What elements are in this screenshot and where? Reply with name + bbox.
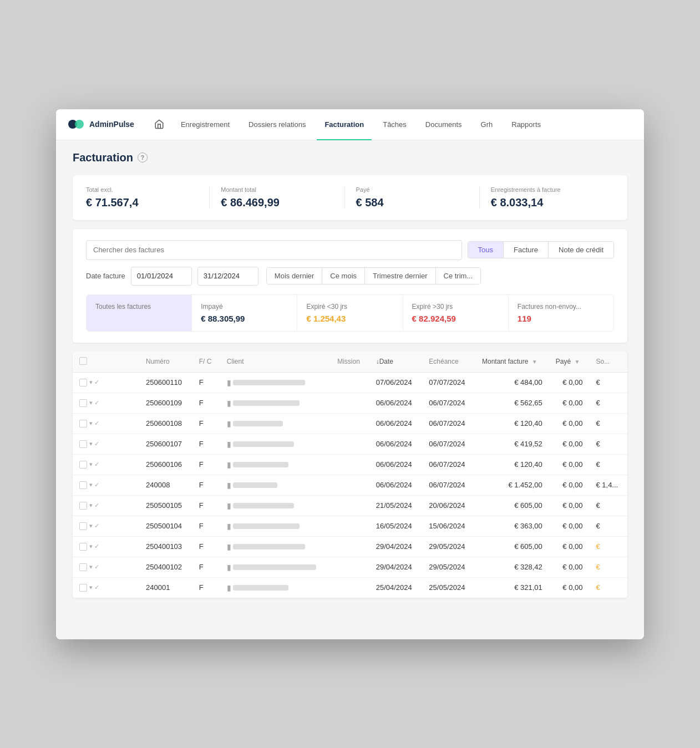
nav-item-grh[interactable]: Grh <box>473 109 501 140</box>
cell-montant-7: € 363,00 <box>475 516 549 536</box>
cell-client-0: ▮ <box>220 372 331 393</box>
cell-check-9: ▾ ✓ <box>73 557 139 577</box>
cell-echeance-2: 06/07/2024 <box>422 413 475 434</box>
row-checkbox-3[interactable] <box>79 440 87 448</box>
client-bar-9 <box>233 564 316 570</box>
row-checkbox-8[interactable] <box>79 543 87 551</box>
cell-client-2: ▮ <box>220 413 331 434</box>
cell-mission-1 <box>331 393 369 413</box>
status-card-expire30plus[interactable]: Expiré >30 jrs € 82.924,59 <box>403 295 509 331</box>
cell-echeance-10: 25/05/2024 <box>422 577 475 598</box>
row-checkbox-10[interactable] <box>79 584 87 592</box>
row-checkbox-5[interactable] <box>79 481 87 489</box>
montant-filter-icon[interactable]: ▼ <box>532 359 537 365</box>
cell-echeance-5: 06/07/2024 <box>422 475 475 495</box>
status-card-toutes[interactable]: Toutes les factures <box>87 295 192 331</box>
cell-so-6: € <box>589 495 627 516</box>
row-actions-1: ▾ ✓ <box>89 399 99 406</box>
filter-btn-facture[interactable]: Facture <box>504 242 549 258</box>
nav-item-taches[interactable]: Tâches <box>375 109 414 140</box>
cell-mission-3 <box>331 434 369 454</box>
row-checkbox-1[interactable] <box>79 399 87 407</box>
stat-enregistrements: Enregistrements à facture € 8.033,14 <box>480 186 614 209</box>
cell-so-2: € <box>589 413 627 434</box>
date-from-input[interactable] <box>131 267 192 286</box>
th-paye[interactable]: Payé ▼ <box>549 352 590 373</box>
status-card-value-4: 119 <box>518 314 605 323</box>
cell-paye-1: € 0,00 <box>549 393 590 413</box>
page-title-row: Facturation ? <box>73 151 627 164</box>
cell-so-5: € 1,4... <box>589 475 627 495</box>
row-checkbox-9[interactable] <box>79 563 87 571</box>
search-input[interactable] <box>86 240 462 260</box>
cell-client-6: ▮ <box>220 495 331 516</box>
cell-fc-4: F <box>192 454 220 475</box>
cell-date-10: 25/04/2024 <box>369 577 423 598</box>
row-checkbox-6[interactable] <box>79 502 87 510</box>
cell-paye-9: € 0,00 <box>549 557 590 577</box>
help-icon[interactable]: ? <box>138 152 148 162</box>
nav-item-facturation[interactable]: Facturation <box>317 109 372 140</box>
nav-item-enregistrement[interactable]: Enregistrement <box>173 109 237 140</box>
row-checkbox-0[interactable] <box>79 379 87 386</box>
cell-mission-8 <box>331 536 369 557</box>
stat-label-1: Montant total <box>221 186 333 193</box>
filter-type-group: Tous Facture Note de crédit <box>468 241 614 258</box>
status-card-expire30[interactable]: Expiré <30 jrs € 1.254,43 <box>297 295 403 331</box>
cell-montant-10: € 321,01 <box>475 577 549 598</box>
stat-value-0: € 71.567,4 <box>86 196 198 209</box>
status-card-non-envoye[interactable]: Factures non-envoy... 119 <box>509 295 613 331</box>
date-btn-ce-mois[interactable]: Ce mois <box>322 268 365 284</box>
cell-numero-2: 250600108 <box>139 413 192 434</box>
row-checkbox-4[interactable] <box>79 461 87 469</box>
cell-client-7: ▮ <box>220 516 331 536</box>
cell-montant-6: € 605,00 <box>475 495 549 516</box>
date-filter-row: Date facture Mois dernier Ce mois Trimes… <box>86 267 614 286</box>
cell-date-7: 16/05/2024 <box>369 516 423 536</box>
row-actions-6: ▾ ✓ <box>89 502 99 509</box>
cell-fc-2: F <box>192 413 220 434</box>
status-cards: Toutes les factures Impayé € 88.305,99 E… <box>86 294 614 332</box>
table-row: ▾ ✓ 250500104 F ▮ 16/05/2024 15/06/2024 … <box>73 516 627 536</box>
nav-home-icon[interactable] <box>149 109 170 140</box>
cell-numero-4: 250600106 <box>139 454 192 475</box>
cell-date-5: 06/06/2024 <box>369 475 423 495</box>
cell-fc-3: F <box>192 434 220 454</box>
th-montant[interactable]: Montant facture ▼ <box>475 352 549 373</box>
date-to-input[interactable] <box>197 267 258 286</box>
invoices-table: Numéro F/ C Client Mission ↓Date Echéanc… <box>73 352 627 598</box>
table-row: ▾ ✓ 250400103 F ▮ 29/04/2024 29/05/2024 … <box>73 536 627 557</box>
cell-client-10: ▮ <box>220 577 331 598</box>
date-btn-ce-trim[interactable]: Ce trim... <box>436 268 481 284</box>
cell-echeance-4: 06/07/2024 <box>422 454 475 475</box>
row-checkbox-2[interactable] <box>79 420 87 428</box>
stats-bar: Total excl. € 71.567,4 Montant total € 8… <box>73 175 627 220</box>
nav-item-dossiers-relations[interactable]: Dossiers relations <box>241 109 313 140</box>
cell-paye-7: € 0,00 <box>549 516 590 536</box>
cell-mission-10 <box>331 577 369 598</box>
cell-paye-0: € 0,00 <box>549 372 590 393</box>
invoices-table-container: Numéro F/ C Client Mission ↓Date Echéanc… <box>73 352 627 598</box>
cell-date-8: 29/04/2024 <box>369 536 423 557</box>
client-chart-icon-0: ▮ <box>227 378 231 387</box>
client-bar-7 <box>233 523 300 529</box>
filter-btn-tous[interactable]: Tous <box>468 242 504 258</box>
th-date[interactable]: ↓Date <box>369 352 423 373</box>
th-mission: Mission <box>331 352 369 373</box>
nav-item-documents[interactable]: Documents <box>418 109 470 140</box>
table-row: ▾ ✓ 240001 F ▮ 25/04/2024 25/05/2024 € 3… <box>73 577 627 598</box>
client-bar-5 <box>233 482 277 488</box>
filter-btn-note-credit[interactable]: Note de crédit <box>549 242 613 258</box>
cell-check-6: ▾ ✓ <box>73 495 139 516</box>
date-btn-trimestre-dernier[interactable]: Trimestre dernier <box>365 268 435 284</box>
row-actions-0: ▾ ✓ <box>89 379 99 386</box>
nav-item-rapports[interactable]: Rapports <box>504 109 549 140</box>
paye-filter-icon[interactable]: ▼ <box>575 359 580 365</box>
page-title: Facturation <box>73 151 133 164</box>
cell-montant-3: € 419,52 <box>475 434 549 454</box>
row-checkbox-7[interactable] <box>79 522 87 530</box>
select-all-checkbox[interactable] <box>79 357 87 365</box>
cell-paye-5: € 0,00 <box>549 475 590 495</box>
status-card-impaye[interactable]: Impayé € 88.305,99 <box>192 295 297 331</box>
date-btn-mois-dernier[interactable]: Mois dernier <box>267 268 323 284</box>
